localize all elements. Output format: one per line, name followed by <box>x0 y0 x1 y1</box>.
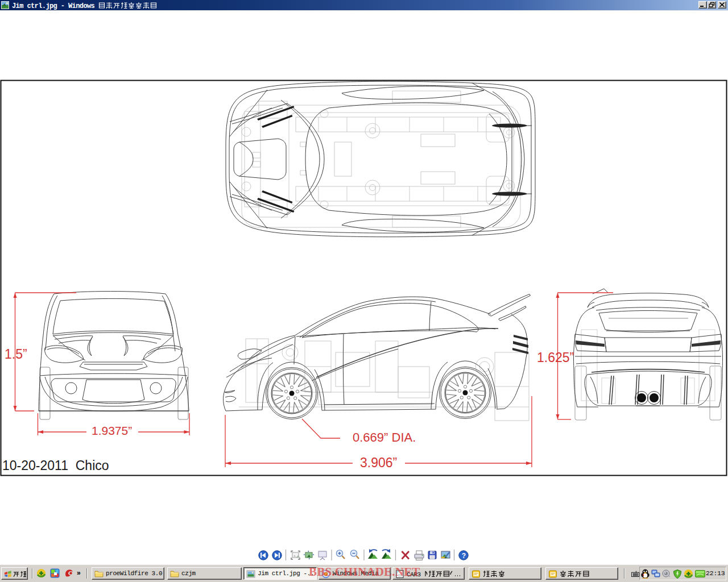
svg-text:?: ? <box>462 552 466 560</box>
svg-text:1.625”: 1.625” <box>537 350 574 365</box>
svg-text:3.906”: 3.906” <box>360 455 397 470</box>
svg-text:1.5”: 1.5” <box>5 347 27 361</box>
svg-text:10-20-2011 Chico: 10-20-2011 Chico <box>2 458 109 473</box>
svg-text:0.669” DIA.: 0.669” DIA. <box>353 430 416 444</box>
svg-text:1.9375”: 1.9375” <box>92 424 132 437</box>
